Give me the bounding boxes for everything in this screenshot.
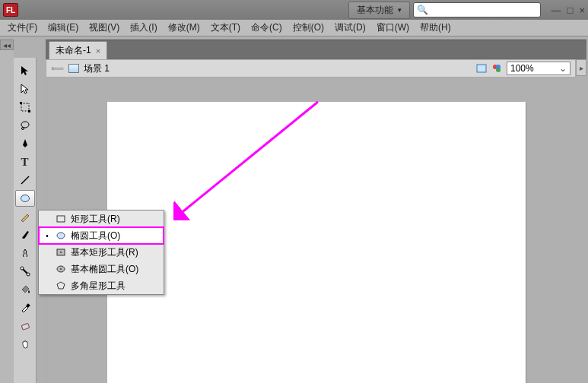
search-input[interactable] [431, 5, 537, 14]
oval-primitive-icon [56, 264, 66, 274]
svg-rect-1 [20, 102, 22, 104]
svg-line-5 [21, 176, 29, 184]
panel-collapse-button[interactable]: ◂◂ [0, 40, 14, 50]
app-logo: FL [3, 3, 18, 17]
svg-rect-10 [21, 323, 30, 330]
flyout-rectangle-tool[interactable]: 矩形工具(R) [39, 210, 164, 227]
pen-tool[interactable] [15, 135, 35, 152]
svg-point-3 [21, 122, 29, 128]
svg-point-8 [27, 273, 30, 276]
deco-tool[interactable] [15, 245, 35, 261]
scene-icon [68, 64, 79, 73]
edit-scene-icon[interactable] [476, 63, 487, 74]
svg-point-14 [496, 65, 501, 69]
flyout-label: 多角星形工具 [71, 280, 126, 293]
flyout-label: 基本椭圆工具(O) [71, 263, 138, 276]
flyout-label: 椭圆工具(O) [71, 229, 120, 242]
edit-bar: ⟸ 场景 1 100% [46, 59, 576, 78]
oval-icon [56, 231, 66, 240]
menu-edit[interactable]: 编辑(E) [48, 21, 78, 34]
menubar: 文件(F) 编辑(E) 视图(V) 插入(I) 修改(M) 文本(T) 命令(C… [0, 20, 588, 36]
workspace-label: 基本功能 [357, 4, 393, 17]
menu-debug[interactable]: 调试(D) [335, 21, 366, 34]
eyedropper-tool[interactable] [15, 299, 35, 316]
tools-panel: T [14, 58, 37, 383]
search-box[interactable]: 🔍 [413, 2, 541, 17]
svg-point-18 [60, 252, 62, 253]
menu-help[interactable]: 帮助(H) [420, 21, 451, 34]
polystar-icon [56, 281, 66, 290]
menu-modify[interactable]: 修改(M) [168, 21, 200, 34]
right-dock-toggle[interactable]: ▸ [576, 59, 586, 76]
menu-commands[interactable]: 命令(C) [251, 21, 282, 34]
svg-point-6 [21, 195, 29, 202]
document-tab[interactable]: 未命名-1 × [49, 41, 107, 59]
menu-control[interactable]: 控制(O) [293, 21, 324, 34]
zoom-value: 100% [510, 63, 534, 74]
pencil-tool[interactable] [15, 208, 35, 225]
document-tab-label: 未命名-1 [56, 44, 91, 57]
eraser-tool[interactable] [15, 318, 35, 334]
brush-tool[interactable] [15, 226, 35, 243]
flyout-polystar-tool[interactable]: 多角星形工具 [39, 277, 164, 294]
maximize-button[interactable]: □ [567, 5, 574, 16]
scene-label[interactable]: 场景 1 [84, 62, 110, 75]
subselection-tool[interactable] [15, 81, 35, 97]
minimize-button[interactable]: — [551, 5, 561, 16]
rectangle-primitive-icon [56, 248, 66, 257]
flyout-label: 基本矩形工具(R) [71, 246, 138, 259]
rectangle-icon [56, 214, 66, 223]
menu-file[interactable]: 文件(F) [8, 21, 37, 34]
shape-tool-flyout: 矩形工具(R) • 椭圆工具(O) 基本矩形工具(R) 基本椭圆工具(O) 多角… [38, 210, 164, 295]
shape-tool[interactable] [15, 190, 35, 207]
svg-point-7 [21, 267, 24, 270]
menu-text[interactable]: 文本(T) [211, 21, 240, 34]
selection-tool[interactable] [15, 62, 35, 79]
flyout-oval-tool[interactable]: • 椭圆工具(O) [39, 227, 164, 244]
close-tab-icon[interactable]: × [96, 46, 100, 55]
svg-point-20 [60, 268, 62, 270]
paint-bucket-tool[interactable] [15, 281, 35, 298]
hand-tool[interactable] [15, 336, 35, 353]
svg-rect-0 [21, 103, 29, 111]
bone-tool[interactable] [15, 263, 35, 280]
check-icon: • [43, 232, 51, 240]
flyout-oval-primitive-tool[interactable]: 基本椭圆工具(O) [39, 261, 164, 277]
back-icon[interactable]: ⟸ [51, 63, 64, 74]
menu-insert[interactable]: 插入(I) [130, 21, 157, 34]
lasso-tool[interactable] [15, 117, 35, 134]
line-tool[interactable] [15, 172, 35, 188]
svg-point-4 [21, 128, 24, 130]
window-controls: — □ × [551, 5, 585, 16]
flyout-label: 矩形工具(R) [71, 213, 120, 226]
stage[interactable] [107, 102, 526, 383]
menu-window[interactable]: 窗口(W) [377, 21, 409, 34]
text-tool[interactable]: T [15, 154, 35, 170]
search-icon: 🔍 [417, 5, 428, 15]
menu-view[interactable]: 视图(V) [89, 21, 119, 34]
edit-symbols-icon[interactable] [491, 63, 502, 74]
svg-point-16 [57, 233, 65, 239]
free-transform-tool[interactable] [15, 99, 35, 116]
workspace-switcher[interactable]: 基本功能 [348, 2, 410, 19]
titlebar: FL 基本功能 🔍 — □ × [0, 0, 588, 20]
left-gutter [0, 50, 14, 383]
close-button[interactable]: × [579, 5, 585, 16]
zoom-select[interactable]: 100% [507, 62, 571, 75]
svg-rect-11 [477, 65, 486, 72]
svg-rect-2 [28, 110, 30, 112]
svg-marker-21 [57, 282, 65, 289]
flyout-rectangle-primitive-tool[interactable]: 基本矩形工具(R) [39, 244, 164, 261]
document-tabbar: 未命名-1 × [46, 40, 586, 59]
svg-rect-15 [57, 216, 65, 222]
